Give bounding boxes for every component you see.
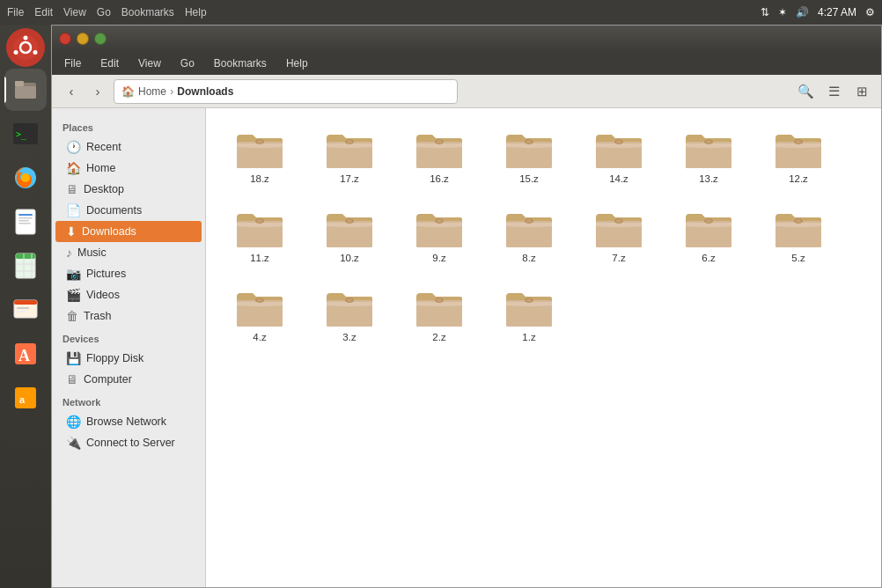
svg-point-52 (526, 219, 532, 223)
unity-writer-icon[interactable] (4, 201, 47, 243)
menu-edit[interactable]: Edit (97, 55, 122, 71)
sidebar-item-floppy-label: Floppy Disk (86, 352, 143, 364)
sidebar-item-computer[interactable]: 🖥 Computer (55, 369, 202, 390)
file-item[interactable]: 11.z (220, 202, 299, 270)
file-item[interactable]: 1.z (489, 281, 569, 349)
unity-files-icon[interactable] (4, 69, 47, 111)
file-manager-window: File Edit View Go Bookmarks Help ‹ › 🏠 H… (51, 25, 882, 588)
unity-font-icon[interactable]: A (4, 333, 47, 375)
sidebar-item-recent-label: Recent (86, 141, 121, 153)
recent-icon: 🕐 (66, 140, 81, 154)
sidebar-item-desktop[interactable]: 🖥 Desktop (55, 179, 202, 200)
file-item[interactable]: 14.z (579, 122, 658, 191)
menu-bookmarks[interactable]: Bookmarks (121, 6, 174, 18)
svg-rect-25 (17, 307, 29, 309)
file-item[interactable]: 17.z (310, 122, 389, 191)
unity-impress-icon[interactable] (4, 289, 47, 331)
file-item[interactable]: 15.z (489, 122, 569, 191)
file-item[interactable]: 16.z (400, 122, 479, 191)
file-name: 1.z (522, 332, 535, 342)
back-button[interactable]: ‹ (59, 79, 84, 104)
unity-terminal-icon[interactable]: >_ (4, 113, 47, 155)
sidebar-item-music[interactable]: ♪ Music (55, 242, 202, 263)
menu-view[interactable]: View (63, 6, 86, 18)
file-item[interactable]: 3.z (310, 281, 389, 349)
unity-ubuntu-button[interactable] (6, 28, 45, 67)
network-label: Network (52, 390, 205, 411)
svg-point-44 (796, 140, 801, 143)
svg-text:a: a (19, 394, 26, 405)
settings-icon[interactable]: ⚙ (865, 6, 875, 18)
sidebar-item-floppy[interactable]: 💾 Floppy Disk (55, 348, 202, 369)
menu-bookmarks[interactable]: Bookmarks (210, 55, 270, 71)
svg-point-60 (257, 298, 262, 302)
menu-file[interactable]: File (7, 6, 24, 18)
sidebar-item-browse-network[interactable]: 🌐 Browse Network (55, 411, 202, 432)
computer-icon: 🖥 (66, 372, 78, 386)
view-list-button[interactable]: ☰ (821, 79, 846, 104)
file-item[interactable]: 18.z (220, 122, 299, 191)
svg-rect-12 (16, 209, 35, 234)
menu-help[interactable]: Help (185, 6, 207, 18)
navigation-buttons: ‹ › (59, 79, 110, 104)
unity-calc-icon[interactable] (4, 245, 47, 287)
menu-file[interactable]: File (61, 55, 85, 71)
svg-point-2 (24, 36, 28, 40)
sidebar-item-connect-server[interactable]: 🔌 Connect to Server (55, 432, 202, 453)
breadcrumb-separator: › (170, 85, 173, 98)
file-item[interactable]: 5.z (759, 202, 838, 270)
breadcrumb-home[interactable]: 🏠 Home (121, 85, 166, 98)
folder-icon (415, 129, 464, 170)
forward-button[interactable]: › (85, 79, 110, 104)
file-item[interactable]: 10.z (310, 202, 389, 270)
sidebar-item-recent[interactable]: 🕐 Recent (55, 136, 202, 158)
view-grid-button[interactable]: ⊞ (849, 79, 874, 104)
file-item[interactable]: 6.z (669, 202, 748, 270)
menu-view[interactable]: View (135, 55, 165, 71)
file-name: 15.z (519, 173, 539, 184)
sidebar-item-home[interactable]: 🏠 Home (55, 158, 202, 179)
menu-edit[interactable]: Edit (34, 6, 53, 18)
sidebar-item-desktop-label: Desktop (84, 183, 124, 195)
menu-help[interactable]: Help (283, 55, 312, 71)
minimize-button[interactable] (77, 33, 89, 45)
sidebar-item-pictures[interactable]: 📷 Pictures (55, 263, 202, 284)
svg-rect-24 (14, 300, 37, 305)
sidebar-item-videos[interactable]: 🎬 Videos (55, 284, 202, 305)
file-name: 14.z (609, 173, 628, 184)
breadcrumb-current: Downloads (177, 85, 233, 98)
folder-icon (774, 209, 823, 249)
sidebar-item-documents[interactable]: 📄 Documents (55, 200, 202, 221)
svg-rect-29 (15, 387, 36, 408)
menu-go[interactable]: Go (177, 55, 198, 71)
unity-amazon-icon[interactable]: a (4, 377, 47, 419)
file-item[interactable]: 7.z (579, 202, 658, 270)
svg-point-42 (706, 140, 711, 143)
folder-icon (415, 209, 464, 249)
sidebar-item-trash[interactable]: 🗑 Trash (55, 305, 202, 327)
unity-firefox-icon[interactable] (4, 157, 47, 199)
folder-icon (504, 129, 554, 170)
folder-icon (594, 209, 643, 249)
file-item[interactable]: 12.z (759, 122, 838, 191)
file-name: 7.z (612, 253, 625, 263)
downloads-icon: ⬇ (66, 224, 77, 239)
file-item[interactable]: 13.z (669, 122, 748, 191)
svg-point-46 (257, 219, 262, 223)
file-item[interactable]: 4.z (220, 281, 299, 349)
svg-point-56 (706, 219, 711, 223)
file-item[interactable]: 9.z (400, 202, 479, 270)
home-icon: 🏠 (66, 161, 81, 175)
devices-label: Devices (52, 327, 205, 348)
folder-icon (415, 288, 464, 328)
music-icon: ♪ (66, 246, 72, 260)
file-item[interactable]: 2.z (400, 281, 479, 349)
file-item[interactable]: 8.z (489, 202, 569, 270)
menu-go[interactable]: Go (97, 6, 111, 18)
search-button[interactable]: 🔍 (793, 79, 818, 104)
file-grid: 18.z 17.z (206, 108, 881, 587)
sidebar-item-downloads[interactable]: ⬇ Downloads (55, 221, 202, 242)
close-button[interactable] (59, 33, 71, 45)
file-name: 9.z (432, 253, 445, 263)
maximize-button[interactable] (94, 33, 107, 45)
